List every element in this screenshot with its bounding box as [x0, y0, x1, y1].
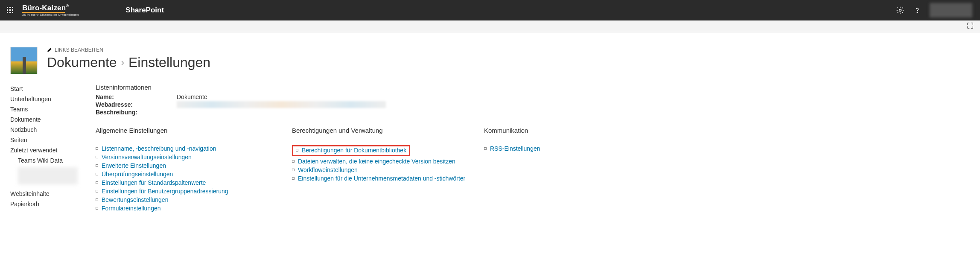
settings-link[interactable]: RSS-Einstellungen [490, 145, 540, 152]
nav-item[interactable]: Dokumente [10, 114, 96, 125]
pencil-icon [47, 47, 52, 52]
nav-item[interactable]: Zuletzt verwendet [10, 145, 96, 155]
bullet-icon [96, 156, 98, 158]
brand-logo[interactable]: Büro-Kaizen® 20 % mehr Effizienz im Unte… [22, 4, 79, 17]
bullet-icon [292, 169, 295, 171]
content-columns: StartUnterhaltungenTeamsDokumenteNotizbu… [10, 84, 980, 213]
settings-link[interactable]: Berechtigungen für Dokumentbibliothek [302, 147, 406, 154]
settings-link-row: Erweiterte Einstellungen [96, 161, 288, 170]
perms-heading: Berechtigungen und Verwaltung [292, 127, 480, 134]
settings-link[interactable]: Workfloweinstellungen [298, 166, 358, 173]
settings-link-row: Dateien verwalten, die keine eingecheckt… [292, 157, 480, 166]
svg-rect-0 [7, 7, 8, 8]
settings-link-row: Überprüfungseinstellungen [96, 170, 288, 178]
bullet-icon [96, 207, 98, 210]
svg-rect-6 [7, 12, 8, 13]
settings-link-row: Listenname, -beschreibung und -navigatio… [96, 144, 288, 153]
svg-rect-1 [9, 7, 11, 8]
settings-link-row: Workfloweinstellungen [292, 166, 480, 174]
nav-item[interactable]: Papierkorb [10, 199, 96, 209]
bullet-icon [96, 190, 98, 192]
settings-link[interactable]: Einstellungen für Benutzergruppenadressi… [102, 188, 228, 195]
site-logo[interactable] [10, 47, 38, 74]
bullet-icon [296, 149, 298, 152]
name-value: Dokumente [177, 93, 207, 100]
breadcrumb-parent[interactable]: Dokumente [47, 55, 117, 70]
nav-redacted [18, 167, 78, 184]
help-icon[interactable] [913, 6, 922, 15]
svg-point-9 [899, 9, 901, 12]
app-launcher-icon[interactable] [3, 3, 17, 17]
nav-item[interactable]: Start [10, 84, 96, 94]
settings-link-row: Einstellungen für Standardspaltenwerte [96, 178, 288, 187]
breadcrumb: Dokumente › Einstellungen [47, 55, 210, 70]
settings-link[interactable]: Dateien verwalten, die keine eingecheckt… [298, 158, 455, 165]
settings-link[interactable]: Erweiterte Einstellungen [102, 162, 166, 169]
breadcrumb-current: Einstellungen [128, 55, 210, 70]
main-content: Listeninformationen Name: Dokumente Weba… [96, 84, 980, 213]
svg-rect-4 [9, 9, 11, 11]
settings-link[interactable]: Einstellungen für Standardspaltenwerte [102, 179, 206, 186]
user-avatar[interactable] [930, 3, 972, 17]
brand-tagline: 20 % mehr Effizienz im Unternehmen [22, 13, 79, 17]
bullet-icon [292, 160, 295, 163]
settings-link[interactable]: Versionsverwaltungseinstellungen [102, 154, 192, 160]
bullet-icon [484, 147, 487, 150]
column-permissions: Berechtigungen und Verwaltung Berechtigu… [292, 127, 480, 213]
settings-link-row: RSS-Einstellungen [484, 144, 612, 153]
bullet-icon [292, 177, 295, 180]
svg-rect-7 [9, 12, 11, 13]
listinfo-heading: Listeninformationen [96, 84, 980, 91]
focus-content-icon[interactable] [966, 22, 974, 31]
suite-app-title[interactable]: SharePoint [125, 6, 164, 15]
name-label: Name: [96, 93, 177, 100]
nav-item[interactable]: Unterhaltungen [10, 94, 96, 104]
bullet-icon [96, 147, 98, 150]
url-redacted [177, 101, 386, 108]
settings-link[interactable]: Bewertungseinstellungen [102, 196, 168, 203]
column-communication: Kommunikation RSS-Einstellungen [484, 127, 612, 213]
settings-link-row: Formulareinstellungen [96, 204, 288, 213]
comm-heading: Kommunikation [484, 127, 612, 134]
nav-item[interactable]: Websiteinhalte [10, 189, 96, 199]
brand-name: Büro-Kaizen® [22, 4, 79, 12]
settings-link-row: Bewertungseinstellungen [96, 195, 288, 204]
chevron-right-icon: › [121, 57, 124, 68]
settings-link[interactable]: Formulareinstellungen [102, 205, 161, 212]
desc-label: Beschreibung: [96, 109, 177, 116]
nav-item[interactable]: Notizbuch [10, 125, 96, 135]
settings-link[interactable]: Listenname, -beschreibung und -navigatio… [102, 145, 216, 152]
edit-links-link[interactable]: LINKS BEARBEITEN [47, 47, 210, 53]
settings-link[interactable]: Einstellungen für die Unternehmensmetada… [298, 175, 465, 182]
gear-icon[interactable] [895, 6, 905, 15]
svg-point-10 [917, 12, 917, 12]
edit-links-label: LINKS BEARBEITEN [55, 47, 103, 53]
settings-link[interactable]: Überprüfungseinstellungen [102, 171, 173, 178]
left-nav: StartUnterhaltungenTeamsDokumenteNotizbu… [10, 84, 96, 213]
suite-right [895, 3, 977, 17]
bullet-icon [96, 173, 98, 175]
bullet-icon [96, 181, 98, 184]
page-header: LINKS BEARBEITEN Dokumente › Einstellung… [10, 47, 980, 74]
svg-rect-5 [12, 9, 13, 11]
general-heading: Allgemeine Einstellungen [96, 127, 288, 134]
svg-rect-2 [12, 7, 13, 8]
nav-item[interactable]: Teams [10, 104, 96, 114]
ribbon-bar [0, 20, 980, 32]
nav-sub-item[interactable]: Teams Wiki Data [10, 155, 96, 166]
svg-rect-3 [7, 9, 8, 11]
bullet-icon [96, 164, 98, 167]
url-label: Webadresse: [96, 101, 177, 108]
suite-bar: Büro-Kaizen® 20 % mehr Effizienz im Unte… [0, 0, 980, 20]
svg-rect-8 [12, 12, 13, 13]
settings-link-row: Versionsverwaltungseinstellungen [96, 153, 288, 161]
settings-link-row-highlighted: Berechtigungen für Dokumentbibliothek [292, 144, 480, 157]
nav-item[interactable]: Seiten [10, 135, 96, 145]
highlight-box: Berechtigungen für Dokumentbibliothek [292, 145, 410, 156]
bullet-icon [96, 198, 98, 201]
settings-link-row: Einstellungen für die Unternehmensmetada… [292, 174, 480, 183]
settings-link-row: Einstellungen für Benutzergruppenadressi… [96, 187, 288, 195]
column-general: Allgemeine Einstellungen Listenname, -be… [96, 127, 288, 213]
